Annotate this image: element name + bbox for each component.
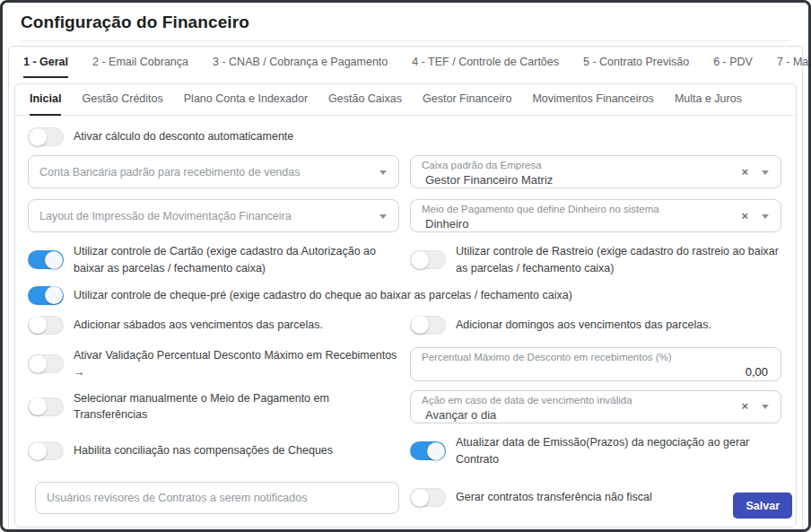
header: Configuração do Financeiro (3, 3, 808, 41)
clear-icon[interactable]: × (741, 210, 748, 222)
tab-tef-controle-cartoes[interactable]: 4 - TEF / Controle de Cartões (412, 56, 559, 78)
toggle-controle-cheque-pre[interactable]: Utilizar controle de cheque-pré (exige c… (28, 286, 781, 305)
subtab-gestor-financeiro[interactable]: Gestor Financeiro (423, 92, 511, 116)
toggle-atualizar-emissao[interactable]: Atualizar data de Emissão(Prazos) da neg… (410, 434, 781, 468)
toggle-track[interactable] (28, 316, 64, 335)
toggle-validacao-desconto[interactable]: Ativar Validação Percentual Desconto Máx… (28, 347, 399, 381)
toggle-track[interactable] (410, 250, 446, 269)
select-label: Meio de Pagamento que define Dinheiro no… (422, 204, 727, 216)
toggle-label: Adicionar domingos aos vencimentos das p… (456, 317, 711, 334)
subtab-plano-conta-indexador[interactable]: Plano Conta e Indexador (184, 92, 308, 116)
toggle-label: Gerar contratos transferência não fiscal (456, 489, 652, 506)
toggle-label: Adicionar sábados aos vencimentos das pa… (74, 317, 323, 334)
toggle-contratos-nao-fiscal[interactable]: Gerar contratos transferência não fiscal (410, 488, 781, 507)
clear-icon[interactable]: × (741, 400, 748, 412)
toggle-controle-rastreio[interactable]: Utilizar controle de Rastreio (exige cad… (410, 243, 781, 277)
select-placeholder: Conta Bancária padrão para recebimento d… (39, 166, 300, 179)
toggle-label: Utilizar controle de cheque-pré (exige c… (74, 287, 572, 304)
chevron-down-icon[interactable] (762, 405, 769, 409)
toggle-controle-cartao[interactable]: Utilizar controle de Cartão (exige cadas… (28, 243, 399, 277)
toggle-track[interactable] (410, 488, 446, 507)
toggle-track[interactable] (28, 250, 64, 269)
subtab-inicial[interactable]: Inicial (30, 92, 61, 116)
percentual-desconto-field[interactable]: Percentual Máximo de Desconto em recebim… (410, 347, 781, 381)
toggle-meio-transferencias[interactable]: Selecionar manualmente o Meio de Pagamen… (28, 390, 399, 424)
chevron-down-icon[interactable] (379, 170, 387, 175)
config-financeiro-window: Configuração do Financeiro 1 - Geral 2 -… (0, 0, 811, 532)
toggle-track[interactable] (28, 286, 64, 305)
toggle-track[interactable] (28, 127, 64, 146)
toggle-desconto-automatico[interactable]: Ativar cálculo do desconto automaticamen… (28, 127, 781, 146)
tab-contrato-previsao[interactable]: 5 - Contrato Previsão (583, 56, 689, 78)
select-conta-bancaria[interactable]: Conta Bancária padrão para recebimento d… (28, 155, 399, 188)
toggle-label: Ativar cálculo do desconto automaticamen… (74, 128, 293, 145)
clear-icon[interactable]: × (741, 166, 748, 178)
tab-geral[interactable]: 1 - Geral (23, 56, 68, 78)
select-value: Dinheiro (425, 217, 727, 231)
header-divider (21, 40, 790, 41)
tabs-card: 1 - Geral 2 - Email Cobrança 3 - CNAB / … (8, 46, 803, 532)
field-label: Percentual Máximo de Desconto em recebim… (422, 352, 770, 364)
toggle-label: Utilizar controle de Rastreio (exige cad… (456, 243, 781, 277)
toggle-sabados[interactable]: Adicionar sábados aos vencimentos das pa… (28, 316, 399, 335)
select-label: Ação em caso de data de vencimento invál… (422, 395, 727, 407)
subtab-gestao-creditos[interactable]: Gestão Créditos (82, 92, 162, 116)
tab-content-panel: Inicial Gestão Créditos Plano Conta e In… (14, 83, 797, 528)
chevron-down-icon[interactable] (379, 214, 387, 219)
toggle-label: Ativar Validação Percentual Desconto Máx… (74, 347, 399, 381)
tab-email-cobranca[interactable]: 2 - Email Cobrança (92, 56, 188, 78)
toggle-label: Selecionar manualmente o Meio de Pagamen… (74, 390, 399, 424)
subtab-gestao-caixas[interactable]: Gestão Caixas (328, 92, 402, 116)
select-label: Caixa padrão da Empresa (422, 160, 727, 172)
percentual-desconto-input[interactable] (422, 364, 770, 379)
toggle-track[interactable] (28, 441, 64, 460)
toggle-label: Utilizar controle de Cartão (exige cadas… (74, 243, 399, 277)
select-placeholder: Layout de Impressão de Movimentação Fina… (39, 210, 292, 222)
select-value: Avançar o dia (425, 408, 727, 422)
toggle-track[interactable] (410, 316, 446, 335)
select-value: Gestor Financeiro Matriz (425, 173, 727, 187)
tab-pdv[interactable]: 6 - PDV (713, 56, 753, 78)
inicial-form: Ativar cálculo do desconto automaticamen… (15, 116, 796, 527)
select-acao-vencimento[interactable]: Ação em caso de data de vencimento invál… (410, 390, 781, 423)
sub-tab-bar: Inicial Gestão Créditos Plano Conta e In… (15, 84, 796, 116)
toggle-label: Habilita conciliação nas compensações de… (74, 442, 333, 459)
tab-cnab-cobranca-pagamento[interactable]: 3 - CNAB / Cobrança e Pagamento (213, 56, 388, 78)
chevron-down-icon[interactable] (762, 214, 769, 219)
toggle-label: Atualizar data de Emissão(Prazos) da neg… (456, 434, 781, 468)
toggle-conciliacao-cheques[interactable]: Habilita conciliação nas compensações de… (28, 441, 399, 460)
tab-manipulacao-contratos[interactable]: 7 - Manipulação de Contratos (777, 56, 811, 78)
save-button[interactable]: Salvar (733, 493, 792, 519)
toggle-domingos[interactable]: Adicionar domingos aos vencimentos das p… (410, 316, 781, 335)
chevron-down-icon[interactable] (762, 170, 769, 175)
footer: Salvar (733, 493, 792, 519)
select-caixa-padrao[interactable]: Caixa padrão da Empresa Gestor Financeir… (410, 155, 781, 188)
usuarios-revisores-input[interactable] (35, 482, 399, 514)
select-meio-dinheiro[interactable]: Meio de Pagamento que define Dinheiro no… (410, 199, 781, 232)
select-layout-impressao[interactable]: Layout de Impressão de Movimentação Fina… (28, 199, 399, 232)
toggle-track[interactable] (28, 354, 64, 373)
toggle-track[interactable] (28, 397, 64, 416)
main-tab-bar: 1 - Geral 2 - Email Cobrança 3 - CNAB / … (9, 47, 802, 78)
page-title: Configuração do Financeiro (21, 13, 790, 32)
subtab-movimentos-financeiros[interactable]: Movimentos Financeiros (532, 92, 653, 116)
toggle-track[interactable] (410, 441, 446, 460)
subtab-multa-juros[interactable]: Multa e Juros (675, 92, 742, 116)
